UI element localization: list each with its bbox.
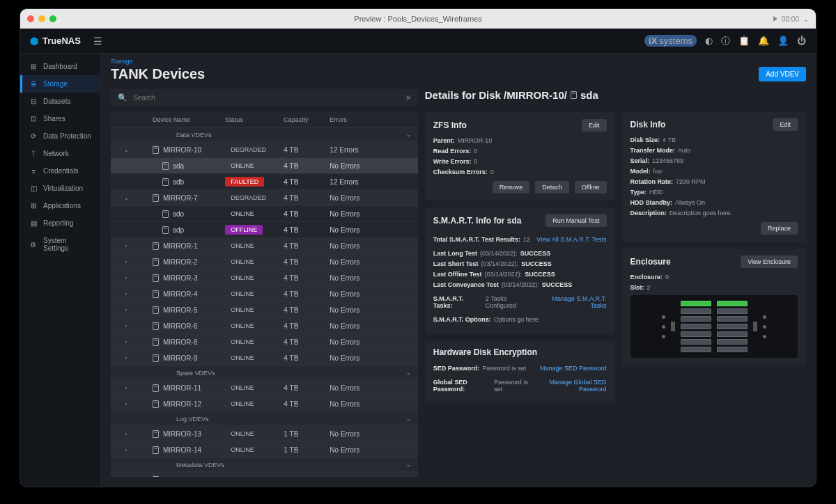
detach-button[interactable]: Detach bbox=[535, 181, 569, 194]
vdev-row[interactable]: ›MIRROR-14ONLINE1 TBNo Errors bbox=[111, 442, 418, 458]
play-icon[interactable] bbox=[773, 16, 777, 22]
device-name: MIRROR-14 bbox=[163, 446, 201, 454]
vdev-row[interactable]: ›MIRROR-4ONLINE4 TBNo Errors bbox=[111, 286, 418, 302]
vdev-row[interactable]: ›MIRROR-12ONLINE4 TBNo Errors bbox=[111, 396, 418, 412]
section-header[interactable]: Metadata VDEVs⌄ bbox=[111, 458, 418, 472]
sidebar-item-storage[interactable]: ≣Storage bbox=[20, 75, 100, 93]
enclosure-bay[interactable] bbox=[681, 331, 711, 337]
notifications-icon[interactable]: 🔔 bbox=[758, 36, 769, 46]
enclosure-bay[interactable] bbox=[717, 308, 748, 314]
vdev-row[interactable]: ›MIRROR-11ONLINE4 TBNo Errors bbox=[111, 380, 418, 396]
nav-icon: ⟳ bbox=[29, 132, 38, 140]
disk-info-edit-button[interactable]: Edit bbox=[773, 118, 798, 131]
vdev-row[interactable]: ›MIRROR-5ONLINE4 TBNo Errors bbox=[111, 302, 418, 318]
sidebar-item-reporting[interactable]: ▤Reporting bbox=[20, 214, 100, 232]
menu-toggle-icon[interactable]: ☰ bbox=[93, 36, 102, 47]
add-vdev-button[interactable]: Add VDEV bbox=[759, 67, 806, 81]
enclosure-bay[interactable] bbox=[681, 324, 711, 329]
search-field[interactable]: 🔍 ✕ bbox=[111, 89, 418, 107]
expand-icon[interactable]: › bbox=[115, 339, 137, 345]
zfs-edit-button[interactable]: Edit bbox=[582, 119, 607, 132]
expand-icon[interactable]: › bbox=[115, 447, 137, 453]
vdev-row[interactable]: ›MIRROR-9ONLINE4 TBNo Errors bbox=[111, 350, 418, 366]
manage-sed-link[interactable]: Manage SED Password bbox=[540, 365, 607, 372]
remove-button[interactable]: Remove bbox=[493, 181, 530, 194]
sidebar-item-network[interactable]: ᛘNetwork bbox=[20, 145, 100, 162]
vdev-row[interactable]: ›MIRROR-3ONLINE4 TBNo Errors bbox=[111, 270, 418, 286]
sidebar-item-virtualization[interactable]: ◫Virtualization bbox=[20, 180, 100, 197]
expand-icon[interactable]: › bbox=[115, 355, 137, 361]
enclosure-bay[interactable] bbox=[717, 324, 748, 329]
disk-info-title: Disk Info bbox=[630, 120, 666, 129]
expand-icon[interactable]: › bbox=[115, 477, 137, 478]
expand-icon[interactable]: › bbox=[115, 307, 137, 313]
disk-row[interactable]: sdoONLINE4 TBNo Errors bbox=[111, 206, 418, 222]
expand-icon[interactable]: › bbox=[115, 323, 137, 329]
account-icon[interactable]: 👤 bbox=[777, 36, 789, 46]
breadcrumb[interactable]: Storage bbox=[101, 54, 816, 65]
enclosure-bay[interactable] bbox=[681, 308, 711, 314]
vdev-row[interactable]: ›MIRROR-15ONLINE1 TBNo Errors bbox=[111, 472, 418, 477]
mac-maximize-icon[interactable] bbox=[49, 15, 56, 22]
expand-icon[interactable]: › bbox=[115, 401, 137, 407]
enclosure-bay[interactable] bbox=[681, 339, 711, 345]
mac-dropdown-icon[interactable]: ⌄ bbox=[803, 15, 809, 23]
search-input[interactable] bbox=[133, 94, 400, 102]
brand[interactable]: ⬢ TrueNAS bbox=[30, 36, 81, 47]
expand-icon[interactable]: ⌄ bbox=[115, 147, 137, 153]
vdev-row[interactable]: ⌄MIRROR-7DEGRADED4 TBNo Errors bbox=[111, 190, 418, 206]
enclosure-bay[interactable] bbox=[717, 331, 748, 337]
enclosure-bay[interactable] bbox=[681, 301, 711, 306]
expand-icon[interactable]: ⌄ bbox=[115, 195, 137, 201]
vdev-row[interactable]: ›MIRROR-1ONLINE4 TBNo Errors bbox=[111, 238, 418, 254]
view-all-smart-link[interactable]: View All S.M.A.R.T. Tests bbox=[536, 236, 606, 243]
sidebar-item-system-settings[interactable]: ⚙System Settings bbox=[20, 232, 100, 257]
ix-systems-badge[interactable]: iXsystems bbox=[644, 35, 697, 47]
enclosure-bay[interactable] bbox=[681, 316, 711, 322]
status-badge: DEGRADED bbox=[225, 193, 272, 203]
section-header[interactable]: Spare VDEVs⌄ bbox=[111, 366, 418, 380]
mac-close-icon[interactable] bbox=[27, 15, 34, 22]
expand-icon[interactable]: › bbox=[115, 259, 137, 265]
device-name: MIRROR-4 bbox=[163, 290, 197, 298]
enclosure-bay[interactable] bbox=[717, 316, 748, 322]
info-icon[interactable]: ⓘ bbox=[721, 35, 730, 47]
expand-icon[interactable]: › bbox=[115, 275, 137, 281]
vdev-row[interactable]: ⌄MIRROR-10DEGRADED4 TB12 Errors bbox=[111, 142, 418, 158]
clear-search-icon[interactable]: ✕ bbox=[405, 94, 411, 102]
enclosure-bay[interactable] bbox=[717, 301, 748, 306]
vdev-row[interactable]: ›MIRROR-6ONLINE4 TBNo Errors bbox=[111, 318, 418, 334]
enclosure-bay[interactable] bbox=[681, 347, 711, 352]
replace-button[interactable]: Replace bbox=[761, 222, 798, 235]
disk-row[interactable]: sdbFAULTED4 TB12 Errors bbox=[111, 174, 418, 190]
manage-smart-link[interactable]: Manage S.M.A.R.T. Tasks bbox=[537, 295, 607, 309]
offline-button[interactable]: Offline bbox=[575, 181, 607, 194]
vdev-row[interactable]: ›MIRROR-8ONLINE4 TBNo Errors bbox=[111, 334, 418, 350]
section-header[interactable]: Data VDEVs⌄ bbox=[111, 128, 418, 142]
manage-global-sed-link[interactable]: Manage Global SED Password bbox=[532, 379, 606, 393]
expand-icon[interactable]: › bbox=[115, 385, 137, 391]
expand-icon[interactable]: › bbox=[115, 243, 137, 249]
sidebar-item-data-protection[interactable]: ⟳Data Protection bbox=[20, 127, 100, 145]
expand-icon[interactable]: › bbox=[115, 431, 137, 437]
view-enclosure-button[interactable]: View Enclosure bbox=[741, 255, 798, 268]
disk-row[interactable]: sdpOFFLINE4 TBNo Errors bbox=[111, 222, 418, 238]
disk-row[interactable]: sdaONLINE4 TBNo Errors bbox=[111, 158, 418, 174]
power-icon[interactable]: ⏻ bbox=[797, 36, 806, 46]
sidebar-item-dashboard[interactable]: ⊞Dashboard bbox=[20, 58, 100, 75]
vdev-row[interactable]: ›MIRROR-13ONLINE1 TBNo Errors bbox=[111, 426, 418, 442]
expand-icon[interactable]: › bbox=[115, 291, 137, 297]
mac-minimize-icon[interactable] bbox=[38, 15, 45, 22]
clipboard-icon[interactable]: 📋 bbox=[738, 36, 750, 46]
sidebar-item-credentials[interactable]: ⌆Credentials bbox=[20, 162, 100, 180]
sidebar-item-shares[interactable]: ⊡Shares bbox=[20, 110, 100, 127]
status-icon[interactable]: ◐ bbox=[705, 36, 713, 46]
vdev-row[interactable]: ›MIRROR-2ONLINE4 TBNo Errors bbox=[111, 254, 418, 270]
section-header[interactable]: Log VDEVs⌄ bbox=[111, 412, 418, 426]
sidebar-item-applications[interactable]: ⊞Applications bbox=[20, 197, 100, 214]
enclosure-bay[interactable] bbox=[717, 339, 748, 345]
enclosure-bay[interactable] bbox=[717, 347, 748, 352]
zfs-title: ZFS Info bbox=[433, 120, 467, 130]
sidebar-item-datasets[interactable]: ⊟Datasets bbox=[20, 93, 100, 110]
run-manual-test-button[interactable]: Run Manual Test bbox=[545, 214, 606, 227]
